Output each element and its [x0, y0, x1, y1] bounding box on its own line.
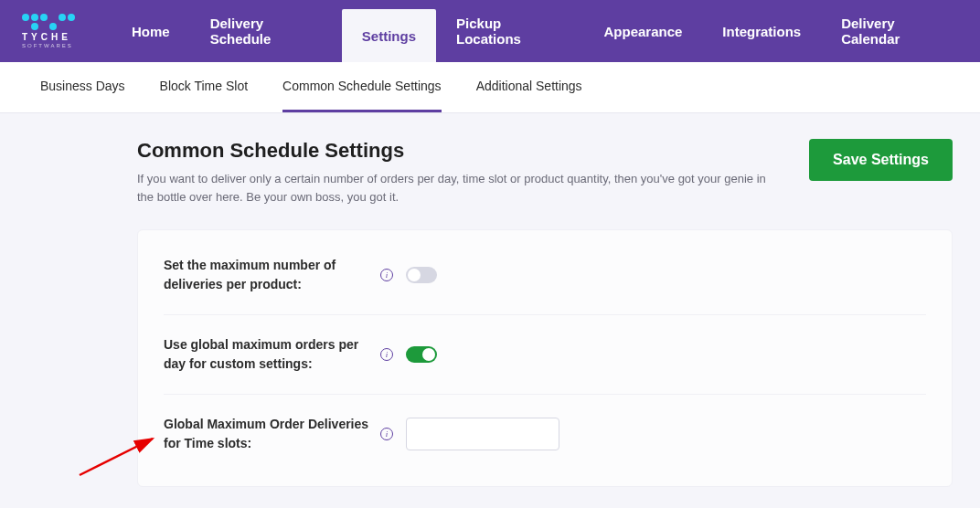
page-title: Common Schedule Settings — [137, 139, 768, 163]
page-content: Common Schedule Settings If you want to … — [0, 113, 980, 487]
toggle-use-global-max[interactable] — [406, 346, 437, 363]
tab-block-time-slot[interactable]: Block Time Slot — [160, 62, 248, 112]
brand-logo: TYCHE SOFTWARES — [22, 14, 75, 48]
nav-appearance[interactable]: Appearance — [583, 0, 702, 62]
setting-label: Global Maximum Order Deliveries for Time… — [164, 415, 369, 453]
nav-pickup-locations[interactable]: Pickup Locations — [436, 0, 583, 62]
setting-label: Set the maximum number of deliveries per… — [164, 256, 369, 294]
save-settings-button[interactable]: Save Settings — [809, 139, 953, 181]
info-icon[interactable]: i — [380, 269, 393, 281]
nav-settings[interactable]: Settings — [342, 9, 436, 62]
setting-global-max-timeslot: Global Maximum Order Deliveries for Time… — [164, 395, 926, 460]
global-max-timeslot-input[interactable] — [406, 418, 559, 450]
tab-business-days[interactable]: Business Days — [40, 62, 125, 112]
info-icon[interactable]: i — [380, 348, 393, 361]
top-nav: TYCHE SOFTWARES Home Delivery Schedule S… — [0, 0, 980, 62]
info-icon[interactable]: i — [380, 428, 393, 440]
tab-common-schedule-settings[interactable]: Common Schedule Settings — [282, 62, 442, 112]
setting-max-per-product: Set the maximum number of deliveries per… — [164, 236, 926, 315]
brand-subtext: SOFTWARES — [22, 43, 73, 48]
toggle-max-per-product[interactable] — [406, 267, 437, 283]
settings-tabs: Business Days Block Time Slot Common Sch… — [0, 62, 980, 113]
nav-delivery-calendar[interactable]: Delivery Calendar — [821, 0, 971, 62]
setting-use-global-max: Use global maximum orders per day for cu… — [164, 315, 926, 395]
nav-home[interactable]: Home — [112, 0, 190, 62]
nav-integrations[interactable]: Integrations — [702, 0, 821, 62]
primary-nav: Home Delivery Schedule Settings Pickup L… — [112, 0, 971, 62]
page-description: If you want to deliver only a certain nu… — [137, 170, 768, 206]
brand-text: TYCHE — [22, 32, 71, 42]
nav-delivery-schedule[interactable]: Delivery Schedule — [190, 0, 342, 62]
settings-card: Set the maximum number of deliveries per… — [137, 229, 953, 487]
tab-additional-settings[interactable]: Additional Settings — [476, 62, 582, 112]
setting-label: Use global maximum orders per day for cu… — [164, 335, 369, 374]
